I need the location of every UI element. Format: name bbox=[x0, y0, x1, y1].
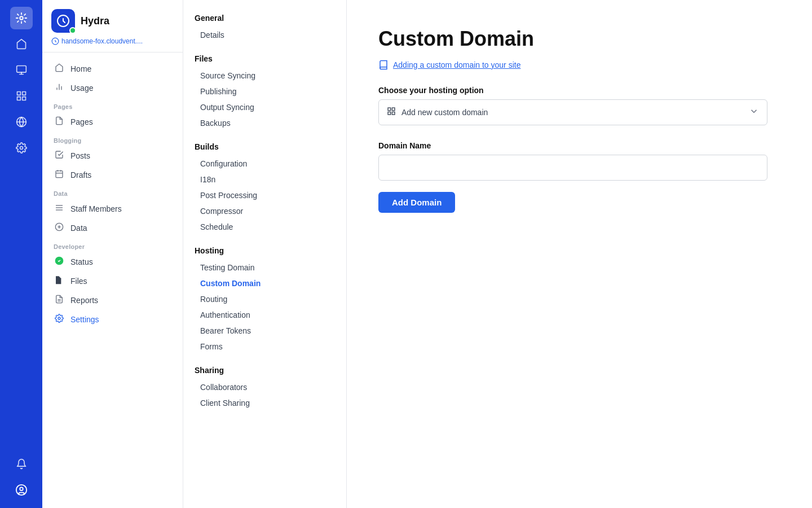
app-icon bbox=[51, 9, 75, 33]
app-name: Hydra bbox=[81, 15, 109, 27]
user-circle-icon[interactable] bbox=[10, 479, 33, 501]
files-icon bbox=[54, 275, 65, 287]
source-syncing-item[interactable]: Source Syncing bbox=[195, 68, 335, 84]
pages-section-label: Pages bbox=[42, 98, 183, 112]
svg-rect-6 bbox=[22, 97, 25, 100]
posts-icon bbox=[54, 150, 65, 161]
page-title: Custom Domain bbox=[378, 27, 780, 51]
pages-nav[interactable]: Pages bbox=[42, 112, 183, 132]
developer-section-label: Developer bbox=[42, 238, 183, 252]
i18n-item[interactable]: I18n bbox=[195, 172, 335, 187]
publishing-item[interactable]: Publishing bbox=[195, 84, 335, 99]
icon-rail bbox=[0, 0, 42, 508]
svg-rect-1 bbox=[16, 66, 26, 73]
builds-section: Builds Configuration I18n Post Processin… bbox=[195, 142, 335, 235]
forms-item[interactable]: Forms bbox=[195, 339, 335, 354]
authentication-item[interactable]: Authentication bbox=[195, 307, 335, 323]
globe-rail-icon[interactable] bbox=[10, 111, 33, 133]
settings-nav[interactable]: Settings bbox=[42, 310, 183, 329]
middle-panel: General Details Files Source Syncing Pub… bbox=[183, 0, 347, 508]
grid-rail-icon[interactable] bbox=[10, 85, 33, 107]
domain-grid-icon bbox=[387, 107, 396, 118]
reports-icon bbox=[54, 295, 65, 306]
hosting-option-select-wrapper: Add new custom domain bbox=[378, 99, 780, 125]
status-dot bbox=[69, 27, 76, 34]
bearer-tokens-item[interactable]: Bearer Tokens bbox=[195, 323, 335, 339]
help-link-text: Adding a custom domain to your site bbox=[393, 60, 520, 69]
drafts-nav[interactable]: Drafts bbox=[42, 165, 183, 185]
domain-name-label: Domain Name bbox=[378, 141, 780, 150]
app-row: Hydra bbox=[51, 9, 174, 33]
sharing-section-title: Sharing bbox=[195, 366, 335, 375]
help-link[interactable]: Adding a custom domain to your site bbox=[378, 60, 780, 70]
data-nav[interactable]: Data bbox=[42, 218, 183, 238]
app-url[interactable]: handsome-fox.cloudvent.... bbox=[51, 37, 174, 45]
backups-item[interactable]: Backups bbox=[195, 115, 335, 131]
files-section: Files Source Syncing Publishing Output S… bbox=[195, 54, 335, 131]
svg-rect-5 bbox=[22, 92, 25, 95]
hosting-section: Hosting Testing Domain Custom Domain Rou… bbox=[195, 246, 335, 354]
staff-icon bbox=[54, 203, 65, 214]
posts-nav[interactable]: Posts bbox=[42, 146, 183, 165]
settings-circle-icon[interactable] bbox=[10, 7, 33, 29]
svg-rect-32 bbox=[388, 108, 391, 111]
settings-icon bbox=[54, 314, 65, 325]
custom-domain-item[interactable]: Custom Domain bbox=[195, 275, 335, 291]
gear-rail-icon[interactable] bbox=[10, 137, 33, 159]
svg-point-12 bbox=[20, 487, 23, 491]
configuration-item[interactable]: Configuration bbox=[195, 156, 335, 172]
data-icon bbox=[54, 222, 65, 234]
chevron-down-icon bbox=[749, 106, 759, 119]
domain-name-input[interactable] bbox=[378, 155, 767, 181]
sharing-section: Sharing Collaborators Client Sharing bbox=[195, 366, 335, 411]
svg-rect-4 bbox=[17, 92, 20, 95]
data-section-label: Data bbox=[42, 185, 183, 199]
status-nav[interactable]: Status bbox=[42, 252, 183, 271]
monitor-rail-icon[interactable] bbox=[10, 59, 33, 81]
staff-members-nav[interactable]: Staff Members bbox=[42, 199, 183, 218]
routing-item[interactable]: Routing bbox=[195, 291, 335, 307]
usage-nav[interactable]: Usage bbox=[42, 78, 183, 98]
general-section-title: General bbox=[195, 14, 335, 23]
sidebar: Hydra handsome-fox.cloudvent.... Home Us… bbox=[42, 0, 183, 508]
hosting-section-title: Hosting bbox=[195, 246, 335, 255]
drafts-icon bbox=[54, 169, 65, 181]
status-icon bbox=[54, 256, 65, 268]
sidebar-nav: Home Usage Pages Pages Blogging Posts bbox=[42, 52, 183, 508]
svg-point-31 bbox=[58, 317, 60, 319]
bell-icon[interactable] bbox=[10, 453, 33, 475]
svg-rect-18 bbox=[56, 171, 63, 178]
home-nav[interactable]: Home bbox=[42, 59, 183, 78]
hosting-option-select[interactable]: Add new custom domain bbox=[378, 99, 767, 125]
hosting-option-label: Choose your hosting option bbox=[378, 86, 780, 95]
home-icon bbox=[54, 63, 65, 75]
blogging-section-label: Blogging bbox=[42, 132, 183, 146]
general-section: General Details bbox=[195, 14, 335, 43]
files-section-title: Files bbox=[195, 54, 335, 63]
compressor-item[interactable]: Compressor bbox=[195, 203, 335, 219]
reports-nav[interactable]: Reports bbox=[42, 291, 183, 310]
svg-rect-35 bbox=[388, 112, 391, 115]
files-nav[interactable]: Files bbox=[42, 271, 183, 291]
main-content: Custom Domain Adding a custom domain to … bbox=[347, 0, 812, 508]
pages-icon bbox=[54, 116, 65, 128]
details-item[interactable]: Details bbox=[195, 27, 335, 43]
svg-rect-7 bbox=[17, 97, 20, 100]
add-domain-button[interactable]: Add Domain bbox=[378, 192, 455, 213]
collaborators-item[interactable]: Collaborators bbox=[195, 379, 335, 395]
sidebar-header: Hydra handsome-fox.cloudvent.... bbox=[42, 0, 183, 52]
hosting-option-value: Add new custom domain bbox=[401, 108, 743, 117]
post-processing-item[interactable]: Post Processing bbox=[195, 187, 335, 203]
home-rail-icon[interactable] bbox=[10, 33, 33, 55]
svg-point-10 bbox=[20, 147, 23, 150]
schedule-item[interactable]: Schedule bbox=[195, 219, 335, 235]
usage-icon bbox=[54, 82, 65, 94]
svg-rect-33 bbox=[392, 108, 395, 111]
svg-point-0 bbox=[20, 16, 23, 20]
testing-domain-item[interactable]: Testing Domain bbox=[195, 260, 335, 275]
client-sharing-item[interactable]: Client Sharing bbox=[195, 395, 335, 411]
output-syncing-item[interactable]: Output Syncing bbox=[195, 99, 335, 115]
svg-rect-34 bbox=[392, 112, 395, 115]
builds-section-title: Builds bbox=[195, 142, 335, 151]
